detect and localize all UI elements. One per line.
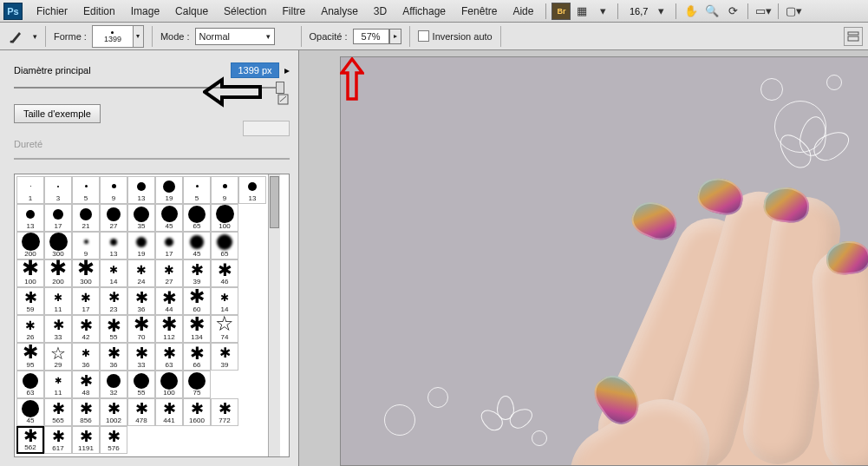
brush-preset[interactable]: 5 [183, 176, 211, 204]
opacity-input[interactable]: 57% [353, 29, 389, 44]
menu-filtre[interactable]: Filtre [275, 3, 312, 20]
inversion-auto-checkbox[interactable] [418, 30, 429, 42]
brush-preset[interactable]: 55 [127, 371, 155, 398]
brush-preset[interactable]: 13 [100, 232, 127, 259]
brush-preset[interactable]: ✱42 [72, 315, 100, 343]
brush-preset[interactable]: ✱17 [72, 287, 100, 315]
brush-preset[interactable]: ✱33 [44, 315, 72, 343]
chevron-down-icon[interactable]: ▾ [651, 3, 670, 20]
menu-analyse[interactable]: Analyse [314, 3, 365, 20]
brush-preset[interactable]: 75 [183, 371, 211, 398]
brush-preset[interactable]: ✱11 [44, 287, 72, 315]
brush-preset[interactable]: ✱48 [72, 371, 100, 398]
brush-preset[interactable]: ✱66 [183, 343, 211, 371]
brush-preset[interactable]: ✱44 [155, 287, 183, 315]
brush-preset[interactable]: 5 [72, 176, 100, 204]
brush-preset[interactable]: ✱11 [44, 371, 72, 398]
brush-preset[interactable]: ✱23 [100, 287, 127, 315]
brush-preset[interactable]: ✱1191 [72, 426, 100, 454]
brush-preset[interactable]: 19 [127, 232, 155, 259]
brush-preset[interactable]: ✱1002 [100, 398, 127, 426]
brush-preset[interactable]: 21 [72, 204, 100, 232]
history-icon[interactable]: ▦ [572, 3, 591, 20]
chevron-down-icon[interactable]: ▾ [593, 3, 612, 20]
menu-selection[interactable]: Sélection [217, 3, 273, 20]
screen-mode-icon[interactable]: ▢▾ [784, 3, 803, 20]
brush-preset[interactable]: ✱772 [211, 398, 238, 426]
brush-preset[interactable]: ✱1600 [183, 398, 211, 426]
brush-preset[interactable]: 13 [16, 204, 44, 232]
brush-preset[interactable]: ✱36 [100, 343, 127, 371]
brush-preset[interactable]: 45 [16, 398, 44, 426]
brush-preset[interactable]: ✱36 [127, 287, 155, 315]
brush-preset[interactable]: ✱55 [100, 315, 127, 343]
brush-preset[interactable]: 35 [127, 204, 155, 232]
panel-menu-icon[interactable]: ▸ [284, 64, 290, 76]
menu-affichage[interactable]: Affichage [395, 3, 453, 20]
brush-preset[interactable]: 17 [44, 204, 72, 232]
brush-preset[interactable]: 65 [183, 204, 211, 232]
brush-preset[interactable]: 65 [211, 232, 238, 259]
brush-preset[interactable]: ✱26 [16, 315, 44, 343]
brush-preset[interactable]: 3 [44, 176, 72, 204]
brush-preset[interactable]: ✱27 [155, 259, 183, 287]
brush-preset[interactable]: ✱617 [44, 426, 72, 454]
brush-preset[interactable]: ☆29 [44, 343, 72, 371]
menu-edition[interactable]: Edition [76, 3, 122, 20]
brush-preset[interactable]: 45 [155, 204, 183, 232]
brush-preset[interactable]: ✱200 [44, 259, 72, 287]
brush-preset[interactable]: ✱39 [211, 343, 238, 371]
hand-tool-icon[interactable]: ✋ [682, 3, 701, 20]
brush-preset[interactable]: ✱565 [44, 398, 72, 426]
brush-preset[interactable]: ✱300 [72, 259, 100, 287]
menu-fenetre[interactable]: Fenêtre [454, 3, 504, 20]
brush-preset[interactable]: 19 [155, 176, 183, 204]
brush-preset[interactable]: ✱36 [72, 343, 100, 371]
brush-preset[interactable]: 13 [238, 176, 266, 204]
brush-preset[interactable]: 32 [100, 371, 127, 398]
brush-preset[interactable]: ✱441 [155, 398, 183, 426]
brush-preset[interactable]: 27 [100, 204, 127, 232]
menu-fichier[interactable]: Fichier [29, 3, 75, 20]
brush-preset[interactable]: ✱63 [155, 343, 183, 371]
rotate-view-icon[interactable]: ⟳ [723, 3, 742, 20]
blend-mode-select[interactable]: Normal▾ [195, 28, 275, 45]
opacity-flyout-icon[interactable]: ▸ [389, 29, 401, 44]
menu-calque[interactable]: Calque [168, 3, 215, 20]
brush-preset[interactable]: 100 [211, 204, 238, 232]
brush-preset[interactable]: ✱95 [16, 343, 44, 371]
brush-preset[interactable]: 45 [183, 232, 211, 259]
brush-preview[interactable]: 1399 [92, 25, 134, 48]
brush-preset[interactable]: 13 [127, 176, 155, 204]
brush-preset[interactable]: ✱100 [16, 259, 44, 287]
brush-preset[interactable]: 100 [155, 371, 183, 398]
restore-sample-size-button[interactable]: Taille d'exemple [14, 104, 101, 123]
new-preset-icon[interactable] [276, 92, 290, 106]
brush-preset[interactable]: ✱562 [16, 426, 44, 454]
zoom-value[interactable]: 16,7 [623, 5, 649, 17]
brush-tool-icon[interactable] [5, 26, 28, 47]
menu-aide[interactable]: Aide [506, 3, 540, 20]
brush-preset[interactable]: ✱24 [127, 259, 155, 287]
brush-preset[interactable]: ✱70 [127, 315, 155, 343]
brush-preset[interactable]: 9 [100, 176, 127, 204]
brush-preset[interactable]: ✱478 [127, 398, 155, 426]
brush-picker-dropdown[interactable]: ▾ [134, 25, 144, 48]
brush-preset[interactable]: ✱33 [127, 343, 155, 371]
brush-list-scrollbar[interactable] [268, 174, 280, 456]
brush-preset[interactable]: 63 [16, 371, 44, 398]
brush-preset[interactable]: ✱112 [155, 315, 183, 343]
brush-preset[interactable]: ✱134 [183, 315, 211, 343]
menu-3d[interactable]: 3D [367, 3, 394, 20]
brush-preset[interactable]: ☆74 [211, 315, 238, 343]
brush-preset[interactable]: ✱856 [72, 398, 100, 426]
brush-preset[interactable]: ✱60 [183, 287, 211, 315]
brush-preset[interactable]: ✱576 [100, 426, 127, 454]
document-viewport[interactable] [299, 50, 868, 466]
menu-image[interactable]: Image [124, 3, 166, 20]
arrange-icon[interactable]: ▭▾ [754, 3, 773, 20]
brush-preset[interactable]: ✱46 [211, 259, 238, 287]
bridge-icon[interactable]: Br [551, 3, 571, 20]
brush-preset[interactable]: 17 [155, 232, 183, 259]
brush-preset[interactable]: ✱14 [100, 259, 127, 287]
